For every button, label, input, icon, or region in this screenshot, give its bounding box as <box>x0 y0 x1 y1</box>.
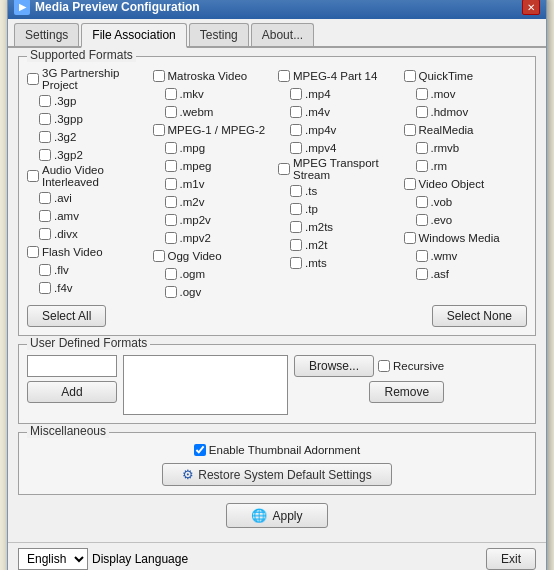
item-3gpp: .3gpp <box>27 110 151 127</box>
cb-3g2[interactable] <box>39 131 51 143</box>
cb-mpeg12-group[interactable] <box>153 124 165 136</box>
item-m2v: .m2v <box>153 193 277 210</box>
language-row: English Display Language <box>18 548 188 570</box>
select-none-button[interactable]: Select None <box>432 305 527 327</box>
item-3g2: .3g2 <box>27 128 151 145</box>
cb-avi[interactable] <box>39 192 51 204</box>
item-asf: .asf <box>404 265 528 282</box>
cb-ts[interactable] <box>290 185 302 197</box>
ud-right-panel: Browse... Recursive Remove <box>294 355 444 403</box>
user-defined-label: User Defined Formats <box>27 336 150 350</box>
cb-mp4v[interactable] <box>290 124 302 136</box>
cb-mpeg[interactable] <box>165 160 177 172</box>
item-evo: .evo <box>404 211 528 228</box>
tab-settings[interactable]: Settings <box>14 23 79 46</box>
cb-matroska-group[interactable] <box>153 70 165 82</box>
tab-file-association[interactable]: File Association <box>81 23 186 48</box>
cb-3gp[interactable] <box>39 95 51 107</box>
display-language-label: Display Language <box>92 552 188 566</box>
cb-mpg[interactable] <box>165 142 177 154</box>
cb-divx[interactable] <box>39 228 51 240</box>
title-bar-left: ▶ Media Preview Configuration <box>14 0 200 15</box>
cb-m4v[interactable] <box>290 106 302 118</box>
item-ts: .ts <box>278 182 402 199</box>
cb-asf[interactable] <box>416 268 428 280</box>
cb-3g-partnership-group[interactable] <box>27 73 39 85</box>
group-ogg: Ogg Video <box>153 247 277 264</box>
cb-recursive[interactable] <box>378 360 390 372</box>
item-mp2v: .mp2v <box>153 211 277 228</box>
cb-webm[interactable] <box>165 106 177 118</box>
cb-mpv4[interactable] <box>290 142 302 154</box>
item-ogv: .ogv <box>153 283 277 300</box>
recursive-row: Recursive <box>378 358 444 375</box>
apply-button[interactable]: 🌐 Apply <box>226 503 327 528</box>
cb-rm[interactable] <box>416 160 428 172</box>
browse-button[interactable]: Browse... <box>294 355 374 377</box>
cb-mpeg4-group[interactable] <box>278 70 290 82</box>
cb-m2v[interactable] <box>165 196 177 208</box>
exit-button[interactable]: Exit <box>486 548 536 570</box>
tab-testing[interactable]: Testing <box>189 23 249 46</box>
item-rmvb: .rmvb <box>404 139 528 156</box>
cb-ogv[interactable] <box>165 286 177 298</box>
cb-quicktime-group[interactable] <box>404 70 416 82</box>
cb-3gp2[interactable] <box>39 149 51 161</box>
item-mp4: .mp4 <box>278 85 402 102</box>
group-quicktime: QuickTime <box>404 67 528 84</box>
restore-icon: ⚙ <box>182 467 194 482</box>
cb-tp[interactable] <box>290 203 302 215</box>
cb-flv[interactable] <box>39 264 51 276</box>
cb-evo[interactable] <box>416 214 428 226</box>
group-avi: Audio Video Interleaved <box>27 164 151 188</box>
cb-m2t[interactable] <box>290 239 302 251</box>
cb-video-object-group[interactable] <box>404 178 416 190</box>
cb-m2ts[interactable] <box>290 221 302 233</box>
item-mpg: .mpg <box>153 139 277 156</box>
cb-f4v[interactable] <box>39 282 51 294</box>
window-title: Media Preview Configuration <box>35 0 200 14</box>
cb-mp4[interactable] <box>290 88 302 100</box>
cb-m1v[interactable] <box>165 178 177 190</box>
cb-amv[interactable] <box>39 210 51 222</box>
group-3gpartnership: 3G Partnership Project <box>27 67 151 91</box>
cb-flash-group[interactable] <box>27 246 39 258</box>
restore-defaults-button[interactable]: ⚙ Restore System Default Settings <box>162 463 392 486</box>
add-format-button[interactable]: Add <box>27 381 117 403</box>
close-button[interactable]: ✕ <box>522 0 540 15</box>
select-all-button[interactable]: Select All <box>27 305 106 327</box>
cb-mov[interactable] <box>416 88 428 100</box>
cb-mpv2[interactable] <box>165 232 177 244</box>
item-mkv: .mkv <box>153 85 277 102</box>
ud-format-input[interactable] <box>27 355 117 377</box>
cb-avi-group[interactable] <box>27 170 39 182</box>
cb-realmedia-group[interactable] <box>404 124 416 136</box>
cb-windows-media-group[interactable] <box>404 232 416 244</box>
cb-mts[interactable] <box>290 257 302 269</box>
item-rm: .rm <box>404 157 528 174</box>
cb-ogg-group[interactable] <box>153 250 165 262</box>
item-m1v: .m1v <box>153 175 277 192</box>
cb-mp2v[interactable] <box>165 214 177 226</box>
cb-vob[interactable] <box>416 196 428 208</box>
item-mpeg: .mpeg <box>153 157 277 174</box>
cb-mpeg-ts-group[interactable] <box>278 163 290 175</box>
cb-enable-thumbnail[interactable] <box>194 444 206 456</box>
item-amv: .amv <box>27 207 151 224</box>
item-mpv2: .mpv2 <box>153 229 277 246</box>
cb-ogm[interactable] <box>165 268 177 280</box>
ud-listbox[interactable] <box>123 355 288 415</box>
item-flv: .flv <box>27 261 151 278</box>
remove-button[interactable]: Remove <box>369 381 444 403</box>
user-defined-section: User Defined Formats Add Browse... Recur… <box>18 344 536 424</box>
select-buttons-row: Select All Select None <box>27 305 527 327</box>
misc-label: Miscellaneous <box>27 424 109 438</box>
cb-3gpp[interactable] <box>39 113 51 125</box>
language-select[interactable]: English <box>18 548 88 570</box>
cb-hdmov[interactable] <box>416 106 428 118</box>
cb-mkv[interactable] <box>165 88 177 100</box>
tab-content: Supported Formats 3G Partnership Project… <box>8 48 546 542</box>
cb-rmvb[interactable] <box>416 142 428 154</box>
tab-about[interactable]: About... <box>251 23 314 46</box>
cb-wmv[interactable] <box>416 250 428 262</box>
